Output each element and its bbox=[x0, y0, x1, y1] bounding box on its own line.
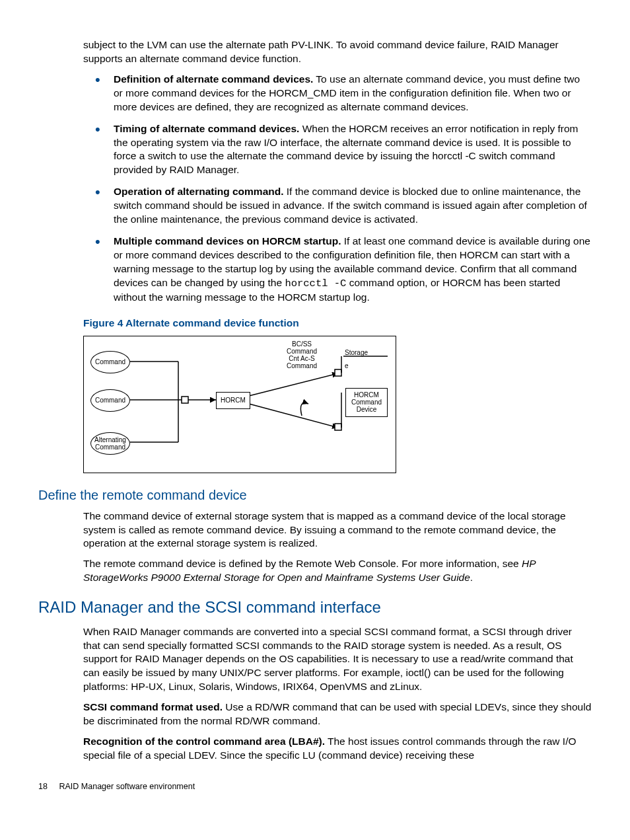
list-item: Multiple command devices on HORCM startu… bbox=[95, 235, 592, 305]
page-number: 18 bbox=[38, 781, 57, 792]
figure-caption: Figure 4 Alternate command device functi… bbox=[83, 317, 592, 330]
p-scsi1: When RAID Manager commands are converted… bbox=[83, 625, 592, 695]
bullet-title: Multiple command devices on HORCM startu… bbox=[114, 235, 341, 247]
page-footer: 18 RAID Manager software environment bbox=[38, 781, 592, 792]
scsi3-title: Recognition of the control command area … bbox=[83, 736, 325, 747]
p-remote2: The remote command device is defined by … bbox=[83, 557, 592, 585]
list-item: Definition of alternate command devices.… bbox=[95, 73, 592, 114]
h2-remote: Define the remote command device bbox=[38, 486, 592, 504]
code-text: horcctl -C bbox=[285, 278, 346, 289]
p-scsi2: SCSI command format used. Use a RD/WR co… bbox=[83, 701, 592, 728]
figure-diagram: Command Command Alternating Command HORC… bbox=[83, 336, 396, 473]
p-scsi3: Recognition of the control command area … bbox=[83, 735, 592, 763]
list-item: Operation of alternating command. If the… bbox=[95, 185, 592, 227]
p-remote1: The command device of external storage s… bbox=[83, 510, 592, 551]
footer-title: RAID Manager software environment bbox=[59, 782, 195, 791]
bullet-title: Definition of alternate command devices. bbox=[114, 73, 313, 85]
list-item: Timing of alternate command devices. Whe… bbox=[95, 122, 592, 178]
storage-line bbox=[84, 336, 396, 473]
scsi2-title: SCSI command format used. bbox=[83, 701, 223, 712]
bullet-list: Definition of alternate command devices.… bbox=[83, 73, 592, 305]
bullet-title: Operation of alternating command. bbox=[114, 186, 284, 197]
intro-paragraph: subject to the LVM can use the alternate… bbox=[83, 38, 592, 66]
bullet-title: Timing of alternate command devices. bbox=[114, 123, 299, 134]
h1-scsi: RAID Manager and the SCSI command interf… bbox=[38, 597, 592, 618]
